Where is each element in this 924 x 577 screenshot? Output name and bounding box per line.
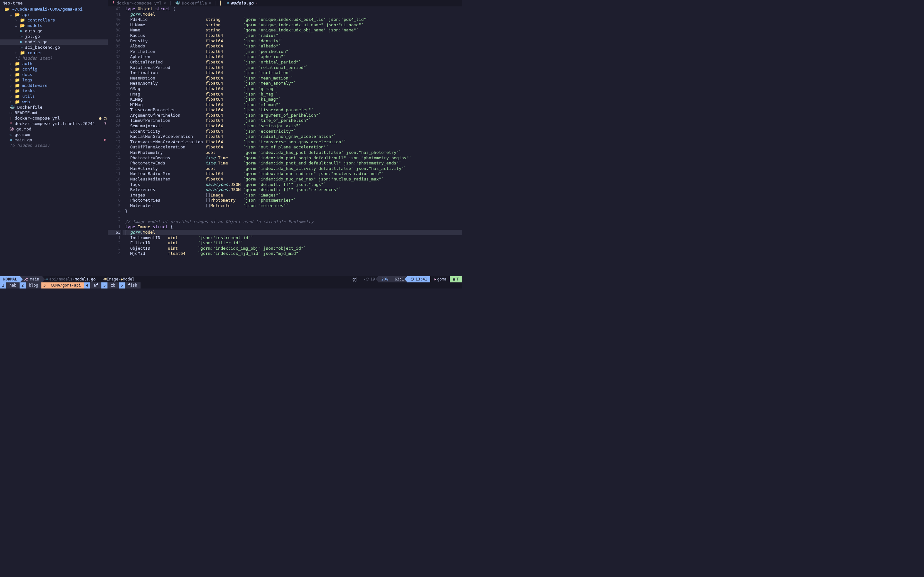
tree-file[interactable]: ∞ models.go	[0, 39, 108, 45]
editor-pane: !docker-compose.yml×🐳Dockerfile×▎∞models…	[108, 0, 462, 276]
tmux-window[interactable]: 6fish	[119, 282, 141, 288]
tree-folder[interactable]: › 📁 web	[0, 99, 108, 105]
line-number-gutter: 4241403938373635343332313029282726252423…	[108, 6, 123, 276]
close-icon[interactable]: ×	[209, 1, 211, 5]
tree-folder[interactable]: › 📁 logs	[0, 77, 108, 83]
editor-tab[interactable]: 🐳Dockerfile×	[171, 0, 216, 6]
breadcrumb-symbol: › ⊞ Image › ◆ Model	[99, 276, 137, 282]
tmux-window[interactable]: 2blog	[19, 282, 41, 288]
tree-file[interactable]: ∞ sci_backend.go	[0, 45, 108, 50]
branch-icon: ⎇	[23, 277, 28, 282]
file-type-icon: !	[112, 1, 115, 6]
tmux-status-bar[interactable]: 1hab2blog3COMA/goma-api4af5zb6fish	[0, 282, 462, 288]
tree-folder[interactable]: › 📁 docs	[0, 72, 108, 77]
tree-file[interactable]: ∞ main.go⊗	[0, 137, 108, 143]
mode-indicator: NORMAL	[0, 276, 20, 282]
terminal-icon: ▣	[453, 277, 455, 282]
terminal-indicator: ▣ T	[450, 276, 462, 282]
tree-folder[interactable]: › 📁 controllers	[0, 18, 108, 23]
clock: ⏱ 13:41	[407, 276, 430, 282]
tmux-window[interactable]: 5zb	[102, 282, 119, 288]
file-type-icon: 🐳	[175, 1, 180, 6]
tree-folder[interactable]: › 📁 router	[0, 50, 108, 56]
tree-folder[interactable]: › 📁 config	[0, 67, 108, 72]
tree-folder[interactable]: › 📁 tasks	[0, 89, 108, 94]
tree-file[interactable]: ❐ README.md	[0, 110, 108, 116]
gj-indicator: gj	[349, 276, 360, 282]
tree-file[interactable]: (6 hidden items)	[0, 143, 108, 148]
tree-folder[interactable]: ⌄ 📂 api	[0, 12, 108, 18]
tmux-window[interactable]: 4af	[84, 282, 102, 288]
tree-root[interactable]: 📂 ~/Code/UHawaii/COMA/goma-api	[0, 7, 108, 12]
tmux-window[interactable]: 1hab	[0, 282, 19, 288]
tree-file[interactable]: ! docker-compose.yml● ▢	[0, 116, 108, 121]
tree-file[interactable]: ∞ auth.go	[0, 29, 108, 34]
tmux-window[interactable]: 3COMA/goma-api	[41, 282, 84, 288]
tree-file[interactable]: ∞ go.sum	[0, 132, 108, 137]
editor-tabs[interactable]: !docker-compose.yml×🐳Dockerfile×▎∞models…	[108, 0, 462, 6]
tree-folder[interactable]: › 📁 utils	[0, 94, 108, 99]
tree-file[interactable]: (1 hidden item)	[0, 56, 108, 61]
file-icon: ∞	[45, 277, 48, 282]
file-tree-sidebar: Neo-tree 📂 ~/Code/UHawaii/COMA/goma-api⌄…	[0, 0, 108, 276]
close-icon[interactable]: ×	[255, 1, 258, 5]
editor-tab[interactable]: !docker-compose.yml×	[108, 0, 170, 6]
code-content[interactable]: type Object struct { gorm.Model Pds4Lid …	[123, 6, 462, 276]
tree-folder[interactable]: › 📁 middleware	[0, 83, 108, 89]
file-tree[interactable]: 📂 ~/Code/UHawaii/COMA/goma-api⌄ 📂 api› 📁…	[0, 7, 108, 276]
status-line: NORMAL ⎇ main ∞ api/models/models.go › ⊞…	[0, 276, 462, 282]
file-path: ∞ api/models/models.go	[42, 276, 99, 282]
close-icon[interactable]: ×	[164, 1, 166, 5]
session-name: ❖ goma	[430, 276, 449, 282]
editor-tab[interactable]: ▎∞models.go×	[216, 0, 262, 6]
code-area[interactable]: 4241403938373635343332313029282726252423…	[108, 6, 462, 276]
hexagon-icon: ⬡	[366, 277, 369, 282]
tree-file[interactable]: * docker-compose.yml.traefik.20241?	[0, 121, 108, 127]
tree-folder[interactable]: › 📁 auth	[0, 61, 108, 67]
tree-file[interactable]: ∞ jpl.go	[0, 34, 108, 39]
tree-file[interactable]: 🐳 Dockerfile	[0, 105, 108, 110]
file-type-icon: ∞	[226, 1, 229, 6]
tree-file[interactable]: Ⓜ go.mod	[0, 127, 108, 132]
sidebar-title: Neo-tree	[0, 0, 108, 7]
scroll-percent: 20%	[378, 276, 392, 282]
git-branch: ⎇ main	[20, 276, 42, 282]
diamond-icon: ❖	[433, 277, 436, 282]
tree-folder[interactable]: ⌄ 📂 models	[0, 23, 108, 29]
clock-icon: ⏱	[410, 277, 414, 282]
